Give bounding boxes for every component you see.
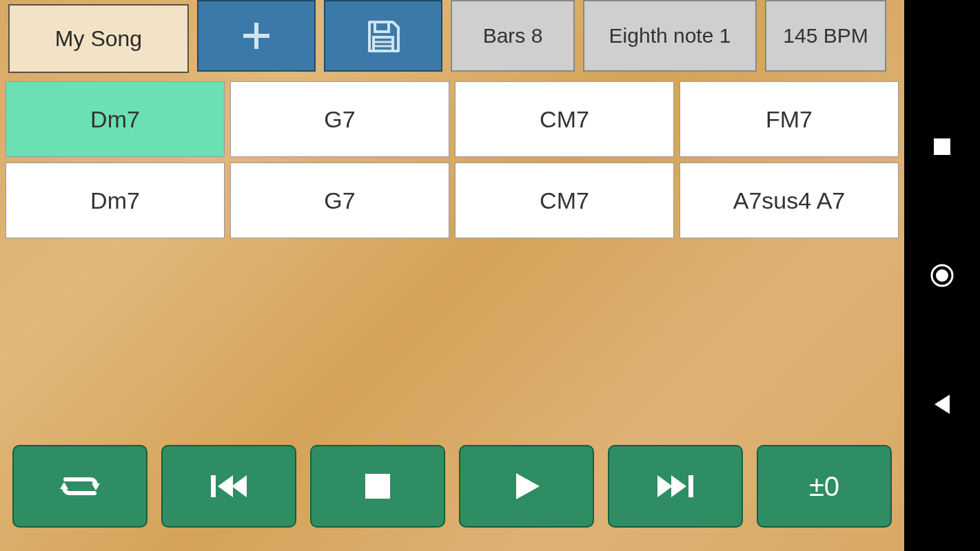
svg-rect-11 — [365, 474, 390, 499]
svg-marker-6 — [92, 484, 100, 490]
bars-button[interactable]: Bars 8 — [451, 0, 575, 72]
chord-cell[interactable]: CM7 — [455, 163, 674, 238]
save-icon — [364, 17, 402, 55]
chord-label: CM7 — [540, 106, 589, 133]
play-icon — [509, 469, 544, 503]
stop-button[interactable] — [310, 445, 445, 528]
app-main-area: My Song Bars 8 — [0, 0, 904, 551]
eighth-note-label: Eighth note 1 — [609, 24, 731, 48]
top-toolbar: My Song Bars 8 — [0, 0, 904, 77]
transpose-button[interactable]: ±0 — [757, 445, 892, 528]
song-title-label: My Song — [55, 26, 142, 52]
chord-cell[interactable]: G7 — [230, 81, 449, 157]
svg-marker-19 — [935, 395, 950, 414]
chord-label: Dm7 — [90, 106, 140, 133]
square-icon — [932, 136, 952, 157]
song-title-button[interactable]: My Song — [8, 4, 189, 73]
triangle-back-icon — [932, 393, 952, 416]
svg-rect-8 — [211, 475, 216, 497]
skip-prev-icon — [208, 471, 249, 501]
svg-marker-10 — [232, 475, 247, 497]
chord-cell[interactable]: A7sus4 A7 — [680, 163, 899, 238]
transport-bar: ±0 — [0, 445, 904, 551]
chord-cell[interactable]: CM7 — [455, 81, 674, 157]
bpm-button[interactable]: 145 BPM — [765, 0, 886, 72]
svg-marker-14 — [671, 475, 686, 497]
svg-rect-16 — [934, 138, 950, 155]
chord-row: Dm7 G7 CM7 A7sus4 A7 — [6, 163, 899, 238]
chord-label: FM7 — [766, 106, 813, 133]
chord-cell[interactable]: Dm7 — [6, 163, 225, 238]
svg-rect-2 — [375, 22, 389, 32]
chord-label: Dm7 — [90, 187, 140, 214]
skip-next-button[interactable] — [608, 445, 743, 528]
svg-marker-7 — [60, 482, 68, 489]
transpose-label: ±0 — [809, 471, 839, 502]
nav-back-button[interactable] — [927, 389, 957, 419]
android-nav-bar — [904, 0, 980, 551]
circle-icon — [930, 263, 955, 288]
svg-rect-15 — [688, 475, 693, 497]
chord-cell[interactable]: G7 — [230, 163, 449, 238]
loop-icon — [56, 468, 104, 504]
loop-button[interactable] — [12, 445, 147, 528]
svg-rect-3 — [374, 37, 393, 51]
svg-marker-9 — [218, 475, 233, 497]
save-button[interactable] — [324, 0, 442, 72]
chord-label: G7 — [324, 187, 355, 214]
svg-marker-12 — [516, 473, 540, 499]
svg-point-18 — [936, 269, 948, 282]
bars-label: Bars 8 — [483, 24, 543, 48]
chord-cell[interactable]: FM7 — [680, 81, 899, 157]
spacer — [0, 244, 904, 445]
skip-previous-button[interactable] — [161, 445, 296, 528]
chord-label: CM7 — [540, 187, 589, 214]
stop-icon — [363, 471, 393, 501]
chord-grid: Dm7 G7 CM7 FM7 Dm7 G7 CM7 A7sus4 A7 — [0, 77, 904, 244]
bpm-label: 145 BPM — [783, 24, 868, 48]
chord-cell[interactable]: Dm7 — [6, 81, 225, 157]
plus-icon — [239, 19, 274, 53]
eighth-note-button[interactable]: Eighth note 1 — [583, 0, 757, 72]
add-button[interactable] — [197, 0, 316, 72]
skip-next-icon — [655, 471, 696, 501]
chord-row: Dm7 G7 CM7 FM7 — [6, 81, 899, 157]
play-button[interactable] — [459, 445, 594, 528]
chord-label: G7 — [324, 106, 355, 133]
chord-label: A7sus4 A7 — [733, 187, 846, 214]
nav-recent-apps-button[interactable] — [927, 132, 957, 162]
nav-home-button[interactable] — [927, 260, 957, 291]
svg-marker-13 — [657, 475, 673, 497]
